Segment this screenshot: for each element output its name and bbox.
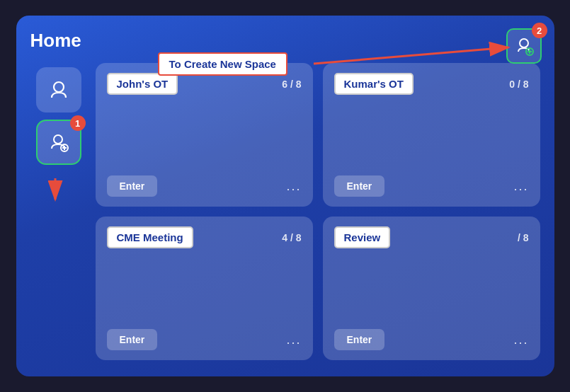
sidebar: 1	[30, 63, 87, 360]
page-title: Home	[30, 30, 540, 52]
card-bottom-2: Enter ...	[107, 329, 302, 350]
main-container: Home To Create New Space 2	[16, 16, 554, 376]
space-count-0: 6 / 8	[282, 79, 301, 90]
more-options-3[interactable]: ...	[513, 333, 528, 347]
svg-point-4	[520, 39, 528, 47]
enter-btn-3[interactable]: Enter	[334, 329, 385, 350]
svg-point-9	[54, 135, 62, 144]
create-space-top-button[interactable]: 2	[506, 28, 542, 64]
enter-btn-0[interactable]: Enter	[107, 175, 158, 197]
space-card-1[interactable]: Kumar's OT 0 / 8 Enter ...	[323, 63, 540, 207]
card-top-2: CME Meeting 4 / 8	[107, 226, 302, 248]
space-count-2: 4 / 8	[282, 232, 301, 243]
sidebar-btn-spaces[interactable]	[36, 67, 81, 113]
enter-btn-2[interactable]: Enter	[107, 329, 158, 350]
card-bottom-3: Enter ...	[334, 329, 529, 350]
more-options-2[interactable]: ...	[286, 333, 301, 347]
space-name-2: CME Meeting	[107, 226, 193, 248]
content-area: 1 John's OT 6 / 8 Enter	[30, 63, 540, 360]
svg-point-8	[54, 82, 64, 92]
space-card-2[interactable]: CME Meeting 4 / 8 Enter ...	[96, 217, 313, 360]
add-space-icon	[514, 36, 534, 56]
add-icon	[48, 132, 69, 153]
space-name-1: Kumar's OT	[334, 73, 414, 95]
space-count-1: 0 / 8	[509, 79, 528, 90]
space-card-3[interactable]: Review / 8 Enter ...	[323, 217, 540, 360]
badge-2: 2	[532, 23, 547, 38]
more-options-0[interactable]: ...	[286, 179, 301, 194]
enter-btn-1[interactable]: Enter	[334, 175, 385, 197]
space-name-0: John's OT	[107, 73, 178, 95]
sidebar-btn-add[interactable]: 1	[36, 120, 81, 165]
space-card-0[interactable]: John's OT 6 / 8 Enter ...	[96, 63, 313, 207]
space-name-3: Review	[334, 226, 391, 248]
spaces-icon	[48, 79, 69, 100]
create-space-label: To Create New Space	[158, 52, 287, 76]
card-top-1: Kumar's OT 0 / 8	[334, 73, 529, 95]
card-bottom-1: Enter ...	[334, 175, 529, 197]
card-bottom-0: Enter ...	[107, 175, 302, 197]
more-options-1[interactable]: ...	[513, 179, 528, 194]
spaces-grid: John's OT 6 / 8 Enter ... Kumar's OT 0 /…	[96, 63, 540, 360]
card-top-0: John's OT 6 / 8	[107, 73, 302, 95]
badge-1: 1	[70, 115, 86, 131]
space-count-3: / 8	[518, 232, 529, 243]
card-top-3: Review / 8	[334, 226, 529, 248]
